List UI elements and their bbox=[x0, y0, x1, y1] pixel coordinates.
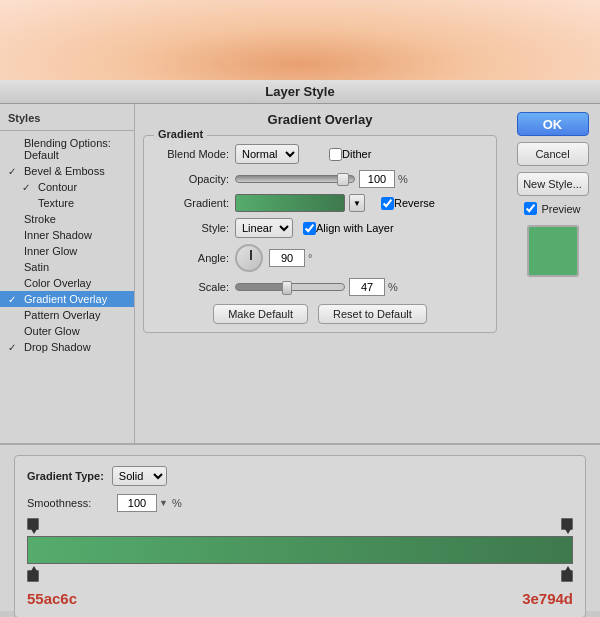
satin-label: Satin bbox=[24, 261, 126, 273]
left-panel: Styles Blending Options: Default ✓ Bevel… bbox=[0, 104, 135, 443]
opacity-input[interactable] bbox=[359, 170, 395, 188]
sidebar-item-pattern-overlay[interactable]: Pattern Overlay bbox=[0, 307, 134, 323]
sidebar-item-satin[interactable]: Satin bbox=[0, 259, 134, 275]
svg-point-4 bbox=[267, 16, 373, 68]
gradient-editor: Gradient Type: Solid Noise Smoothness: ▼… bbox=[0, 444, 600, 611]
smoothness-row: Smoothness: ▼ % bbox=[27, 494, 573, 512]
section-title: Gradient Overlay bbox=[143, 112, 497, 127]
drop-shadow-label: Drop Shadow bbox=[24, 341, 126, 353]
gradient-group: Gradient Blend Mode: Normal Multiply Scr… bbox=[143, 135, 497, 333]
reverse-label: Reverse bbox=[394, 197, 435, 209]
opacity-unit: % bbox=[398, 173, 408, 185]
gradient-overlay-check[interactable]: ✓ bbox=[8, 294, 22, 305]
inner-shadow-label: Inner Shadow bbox=[24, 229, 126, 241]
opacity-control: % bbox=[235, 170, 408, 188]
align-layer-checkbox[interactable] bbox=[303, 222, 316, 235]
bevel-label: Bevel & Emboss bbox=[24, 165, 126, 177]
title-text: Layer Style bbox=[265, 84, 334, 99]
top-preview-image bbox=[0, 0, 600, 80]
align-layer-label: Align with Layer bbox=[316, 222, 394, 234]
angle-dial[interactable] bbox=[235, 244, 263, 272]
top-stop-right[interactable] bbox=[561, 518, 573, 530]
color-right-label: 3e794d bbox=[522, 590, 573, 607]
svg-point-1 bbox=[130, 20, 270, 80]
scale-label: Scale: bbox=[154, 281, 229, 293]
scale-unit: % bbox=[388, 281, 398, 293]
smoothness-unit: % bbox=[172, 497, 182, 509]
cancel-button[interactable]: Cancel bbox=[517, 142, 589, 166]
angle-label: Angle: bbox=[154, 252, 229, 264]
gradient-subsection-title: Gradient bbox=[154, 128, 207, 140]
opacity-slider-thumb[interactable] bbox=[337, 173, 349, 186]
bevel-check[interactable]: ✓ bbox=[8, 166, 22, 177]
gradient-editor-inner: Gradient Type: Solid Noise Smoothness: ▼… bbox=[14, 455, 586, 617]
sidebar-item-drop-shadow[interactable]: ✓ Drop Shadow bbox=[0, 339, 134, 355]
sidebar-item-contour[interactable]: ✓ Contour bbox=[0, 179, 134, 195]
pattern-overlay-label: Pattern Overlay bbox=[24, 309, 126, 321]
angle-unit: ° bbox=[308, 252, 312, 264]
scale-control: % bbox=[235, 278, 398, 296]
default-buttons-row: Make Default Reset to Default bbox=[154, 304, 486, 324]
angle-control: ° bbox=[235, 244, 312, 272]
stroke-label: Stroke bbox=[24, 213, 126, 225]
gradient-type-label: Gradient Type: bbox=[27, 470, 104, 482]
bottom-stop-left[interactable] bbox=[27, 570, 39, 582]
gradient-type-row: Gradient Type: Solid Noise bbox=[27, 466, 573, 486]
sidebar-item-inner-shadow[interactable]: Inner Shadow bbox=[0, 227, 134, 243]
dither-checkbox[interactable] bbox=[329, 148, 342, 161]
color-overlay-label: Color Overlay bbox=[24, 277, 126, 289]
gradient-dropdown-btn[interactable]: ▼ bbox=[349, 194, 365, 212]
gradient-overlay-label: Gradient Overlay bbox=[24, 293, 126, 305]
sidebar-item-texture[interactable]: Texture bbox=[0, 195, 134, 211]
reset-to-default-button[interactable]: Reset to Default bbox=[318, 304, 427, 324]
new-style-button[interactable]: New Style... bbox=[517, 172, 589, 196]
sidebar-item-gradient-overlay[interactable]: ✓ Gradient Overlay bbox=[0, 291, 134, 307]
top-stops-row bbox=[27, 518, 573, 530]
styles-title: Styles bbox=[0, 110, 134, 130]
preview-checkbox[interactable] bbox=[524, 202, 537, 215]
reverse-checkbox[interactable] bbox=[381, 197, 394, 210]
gradient-bar-container bbox=[27, 518, 573, 582]
gradient-label: Gradient: bbox=[154, 197, 229, 209]
sidebar-item-inner-glow[interactable]: Inner Glow bbox=[0, 243, 134, 259]
color-left-label: 55ac6c bbox=[27, 590, 77, 607]
window-title: Layer Style bbox=[0, 80, 600, 104]
sidebar-item-stroke[interactable]: Stroke bbox=[0, 211, 134, 227]
gradient-bar[interactable] bbox=[27, 536, 573, 564]
sidebar-item-outer-glow[interactable]: Outer Glow bbox=[0, 323, 134, 339]
svg-point-5 bbox=[175, 30, 265, 66]
blending-label: Blending Options: Default bbox=[24, 137, 126, 161]
top-stop-left[interactable] bbox=[27, 518, 39, 530]
angle-row: Angle: ° bbox=[154, 244, 486, 272]
contour-label: Contour bbox=[38, 181, 126, 193]
blend-mode-select[interactable]: Normal Multiply Screen bbox=[235, 144, 299, 164]
scale-slider-thumb[interactable] bbox=[282, 281, 292, 295]
scale-row: Scale: % bbox=[154, 278, 486, 296]
sidebar-item-blending[interactable]: Blending Options: Default bbox=[0, 135, 134, 163]
angle-input[interactable] bbox=[269, 249, 305, 267]
make-default-button[interactable]: Make Default bbox=[213, 304, 308, 324]
opacity-slider-track[interactable] bbox=[235, 175, 355, 183]
blend-mode-row: Blend Mode: Normal Multiply Screen Dithe… bbox=[154, 144, 486, 164]
svg-point-3 bbox=[265, 17, 375, 73]
drop-shadow-check[interactable]: ✓ bbox=[8, 342, 22, 353]
blend-mode-control: Normal Multiply Screen Dither bbox=[235, 144, 371, 164]
contour-check[interactable]: ✓ bbox=[22, 182, 36, 193]
scale-slider-track[interactable] bbox=[235, 283, 345, 291]
preview-row: Preview bbox=[524, 202, 580, 215]
bottom-stop-right[interactable] bbox=[561, 570, 573, 582]
smoothness-input[interactable] bbox=[117, 494, 157, 512]
gradient-type-select[interactable]: Solid Noise bbox=[112, 466, 167, 486]
style-select[interactable]: Linear Radial Angle bbox=[235, 218, 293, 238]
color-labels-row: 55ac6c 3e794d bbox=[27, 590, 573, 607]
sidebar-item-bevel[interactable]: ✓ Bevel & Emboss bbox=[0, 163, 134, 179]
bottom-stops-row bbox=[27, 570, 573, 582]
gradient-row: Gradient: ▼ Reverse bbox=[154, 194, 486, 212]
sidebar-item-color-overlay[interactable]: Color Overlay bbox=[0, 275, 134, 291]
scale-input[interactable] bbox=[349, 278, 385, 296]
smoothness-dropdown-arrow[interactable]: ▼ bbox=[159, 498, 168, 508]
ok-button[interactable]: OK bbox=[517, 112, 589, 136]
preview-swatch bbox=[527, 225, 579, 277]
gradient-swatch[interactable] bbox=[235, 194, 345, 212]
style-label: Style: bbox=[154, 222, 229, 234]
